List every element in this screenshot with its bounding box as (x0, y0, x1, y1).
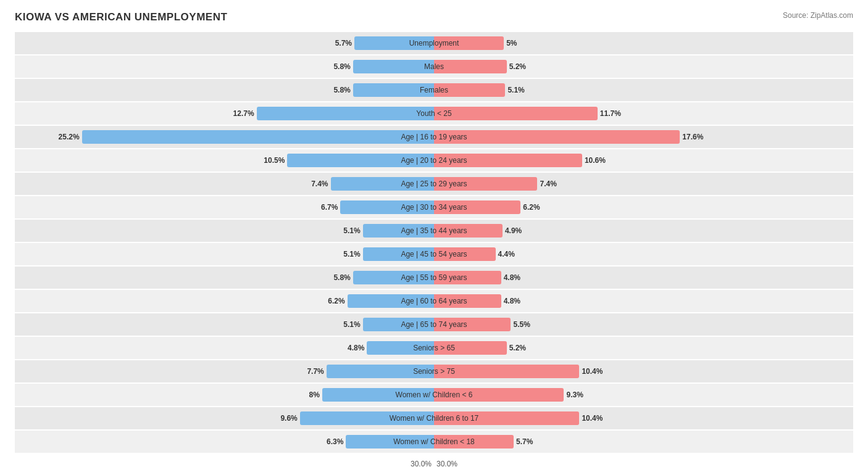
american-value: 4.8% (501, 273, 520, 282)
american-bar (434, 365, 579, 378)
right-half: 11.7% (434, 102, 853, 125)
kiowa-bar (354, 36, 434, 50)
bar-row: 5.8%5.1%Females (15, 79, 853, 101)
kiowa-bar (257, 107, 434, 120)
kiowa-bar (353, 83, 434, 97)
kiowa-bar (327, 365, 434, 378)
kiowa-value: 7.7% (307, 367, 326, 376)
american-value: 11.7% (598, 109, 621, 118)
left-half: 6.2% (15, 290, 434, 312)
right-half: 5.1% (434, 79, 853, 101)
axis-left: 30.0% (15, 460, 434, 467)
american-bar (434, 388, 564, 402)
bar-row: 5.8%4.8%Age | 55 to 59 years (15, 267, 853, 289)
kiowa-value: 6.2% (328, 297, 347, 305)
american-bar (434, 318, 511, 331)
left-half: 5.7% (15, 32, 434, 54)
american-bar (434, 271, 501, 284)
kiowa-bar (300, 411, 434, 425)
american-value: 7.4% (537, 180, 556, 188)
american-value: 5.2% (507, 344, 526, 352)
right-half: 5.5% (434, 313, 853, 336)
left-half: 12.7% (15, 102, 434, 125)
right-half: 4.4% (434, 243, 853, 265)
kiowa-bar (340, 200, 434, 214)
kiowa-value: 5.8% (333, 86, 353, 94)
right-half: 10.4% (434, 407, 853, 429)
american-bar (434, 224, 503, 238)
kiowa-value: 12.7% (233, 109, 257, 118)
american-bar (434, 341, 507, 355)
kiowa-bar (353, 60, 434, 73)
american-value: 6.2% (520, 203, 540, 212)
bar-row: 5.1%4.9%Age | 35 to 44 years (15, 220, 853, 242)
american-bar (434, 200, 520, 214)
chart-header: KIOWA VS AMERICAN UNEMPLOYMENT Source: Z… (15, 11, 853, 23)
axis-row: 30.0% 30.0% (15, 455, 853, 467)
american-value: 5.2% (507, 62, 526, 71)
kiowa-value: 10.5% (264, 156, 287, 165)
kiowa-value: 5.8% (333, 62, 353, 71)
bar-row: 7.4%7.4%Age | 25 to 29 years (15, 173, 853, 195)
bar-row: 5.1%4.4%Age | 45 to 54 years (15, 243, 853, 265)
right-half: 4.8% (434, 267, 853, 289)
kiowa-value: 5.1% (343, 250, 362, 258)
kiowa-value: 6.3% (327, 437, 346, 446)
bar-row: 6.7%6.2%Age | 30 to 34 years (15, 196, 853, 218)
kiowa-bar (348, 294, 434, 308)
chart-container: KIOWA VS AMERICAN UNEMPLOYMENT Source: Z… (0, 0, 868, 467)
right-half: 5.2% (434, 56, 853, 78)
bar-row: 5.7%5%Unemployment (15, 32, 853, 54)
bar-row: 7.7%10.4%Seniors > 75 (15, 360, 853, 382)
american-bar (434, 154, 582, 167)
left-half: 5.8% (15, 267, 434, 289)
chart-source: Source: ZipAtlas.com (783, 11, 853, 20)
american-value: 10.4% (579, 367, 603, 376)
american-value: 5.7% (514, 437, 533, 446)
left-half: 7.4% (15, 173, 434, 195)
kiowa-bar (363, 224, 434, 238)
bar-row: 6.3%5.7%Women w/ Children < 18 (15, 431, 853, 453)
left-half: 5.8% (15, 79, 434, 101)
right-half: 10.6% (434, 149, 853, 172)
right-half: 17.6% (434, 126, 853, 148)
american-value: 5.5% (511, 320, 530, 329)
kiowa-value: 6.7% (321, 203, 340, 212)
kiowa-bar (287, 154, 434, 167)
bar-row: 12.7%11.7%Youth < 25 (15, 102, 853, 125)
kiowa-bar (363, 318, 434, 331)
american-bar (434, 130, 680, 144)
bar-row: 8%9.3%Women w/ Children < 6 (15, 384, 853, 406)
right-half: 10.4% (434, 360, 853, 382)
kiowa-bar (322, 388, 434, 402)
american-bar (434, 107, 598, 120)
kiowa-value: 7.4% (311, 180, 330, 188)
american-value: 17.6% (680, 133, 703, 141)
kiowa-value: 5.7% (335, 39, 354, 48)
bar-row: 4.8%5.2%Seniors > 65 (15, 337, 853, 359)
bar-row: 6.2%4.8%Age | 60 to 64 years (15, 290, 853, 312)
american-bar (434, 411, 579, 425)
american-bar (434, 60, 507, 73)
right-half: 5.2% (434, 337, 853, 359)
american-bar (434, 247, 496, 261)
kiowa-bar (353, 271, 434, 284)
american-value: 4.4% (496, 250, 515, 258)
american-value: 9.3% (564, 391, 583, 399)
right-half: 5.7% (434, 431, 853, 453)
left-half: 5.1% (15, 313, 434, 336)
left-half: 4.8% (15, 337, 434, 359)
right-half: 9.3% (434, 384, 853, 406)
american-value: 4.8% (501, 297, 520, 305)
kiowa-value: 5.1% (343, 320, 362, 329)
american-bar (434, 177, 537, 191)
right-half: 5% (434, 32, 853, 54)
american-value: 4.9% (503, 226, 522, 235)
right-half: 6.2% (434, 196, 853, 218)
chart-title: KIOWA VS AMERICAN UNEMPLOYMENT (15, 11, 227, 23)
left-half: 5.1% (15, 243, 434, 265)
left-half: 9.6% (15, 407, 434, 429)
left-half: 7.7% (15, 360, 434, 382)
bar-row: 25.2%17.6%Age | 16 to 19 years (15, 126, 853, 148)
kiowa-bar (82, 130, 434, 144)
